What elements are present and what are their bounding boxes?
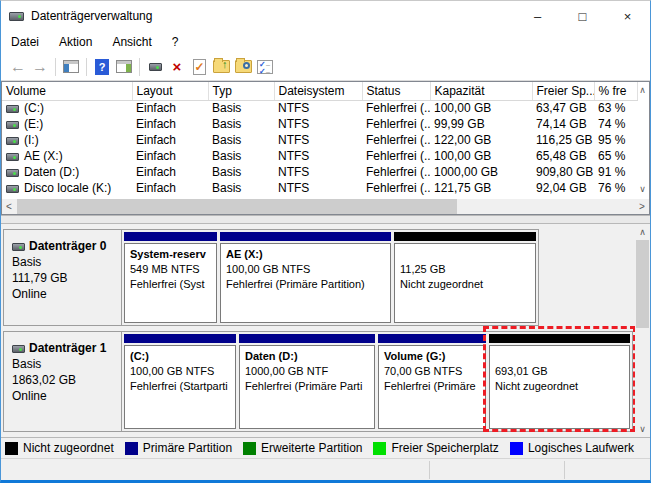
- disk-status: Online: [12, 286, 115, 302]
- volume-table: Volume Layout Typ Dateisystem Status Kap…: [2, 82, 638, 196]
- scroll-up-icon[interactable]: ∧: [636, 85, 649, 95]
- table-row[interactable]: (C:) EinfachBasis NTFSFehlerfrei (... 10…: [2, 100, 637, 116]
- scroll-down-icon[interactable]: ∨: [635, 424, 650, 434]
- table-header: Volume Layout Typ Dateisystem Status Kap…: [2, 82, 637, 100]
- partition-color-bar: [124, 334, 236, 343]
- partition-ae-x[interactable]: AE (X:) 100,00 GB NTFS Fehlerfrei (Primä…: [220, 232, 391, 323]
- partition-c[interactable]: (C:) 100,00 GB NTFS Fehlerfrei (Startpar…: [124, 334, 236, 429]
- check-document-button[interactable]: ✓: [188, 56, 210, 78]
- search-button[interactable]: [232, 56, 254, 78]
- back-button[interactable]: ←: [7, 56, 29, 78]
- table-row[interactable]: AE (X:) EinfachBasis NTFSFehlerfrei (...…: [2, 148, 637, 164]
- volume-icon: [6, 153, 19, 161]
- table-row[interactable]: Daten (D:) EinfachBasis NTFSFehlerfrei (…: [2, 164, 637, 180]
- help-button[interactable]: ?: [91, 56, 113, 78]
- volume-list: Volume Layout Typ Dateisystem Status Kap…: [1, 81, 650, 215]
- col-typ[interactable]: Typ: [208, 82, 274, 100]
- col-layout[interactable]: Layout: [132, 82, 208, 100]
- volume-icon: [6, 137, 19, 145]
- forward-button[interactable]: →: [29, 56, 51, 78]
- console-tree-icon: [63, 60, 79, 73]
- col-kapazitaet[interactable]: Kapazität: [430, 82, 532, 100]
- partition-volume-g[interactable]: Volume (G:) 70,00 GB NTFS Fehlerfrei (Pr…: [378, 334, 486, 429]
- legend-item: Freier Speicherplatz: [373, 441, 498, 455]
- partition-unallocated-disk0[interactable]: 11,25 GB Nicht zugeordnet: [394, 232, 536, 323]
- toolbar-separator: [86, 58, 87, 76]
- checklist-icon: ✓–✓–: [257, 60, 273, 74]
- hscroll-thumb[interactable]: [17, 199, 457, 214]
- legend-swatch-extended: [243, 442, 256, 455]
- back-icon: ←: [10, 59, 26, 75]
- maximize-button[interactable]: □: [560, 1, 605, 31]
- statusbar-divider: [429, 461, 430, 479]
- legend-item: Logisches Laufwerk: [510, 441, 634, 455]
- export-button[interactable]: ↑: [210, 56, 232, 78]
- partition-color-bar: [239, 334, 375, 343]
- disk-graph-pane: Datenträger 0 Basis 111,79 GB Online Sys…: [1, 224, 650, 437]
- pane-splitter[interactable]: [1, 215, 650, 224]
- folder-search-icon: [235, 60, 252, 73]
- disk-type: Basis: [12, 254, 115, 270]
- disk-icon: [12, 345, 25, 353]
- disk-icon: [12, 243, 25, 251]
- delete-volume-button[interactable]: ×: [166, 56, 188, 78]
- partition-unallocated-disk1[interactable]: 693,01 GB Nicht zugeordnet: [489, 334, 630, 429]
- disk-size: 1863,02 GB: [12, 372, 115, 388]
- volume-icon: [6, 105, 19, 113]
- help-icon: ?: [95, 59, 109, 75]
- legend-item: Nicht zugeordnet: [5, 441, 114, 455]
- statusbar-divider: [564, 461, 565, 479]
- volume-icon: [6, 169, 19, 177]
- checklist-button[interactable]: ✓–✓–: [254, 56, 276, 78]
- properties-button[interactable]: [144, 56, 166, 78]
- table-row[interactable]: (E:) EinfachBasis NTFSFehlerfrei (... 99…: [2, 116, 637, 132]
- action-pane-button[interactable]: [113, 56, 135, 78]
- menu-aktion[interactable]: Aktion: [59, 35, 92, 49]
- pane-vertical-scrollbar[interactable]: ∧ ∨: [635, 224, 650, 437]
- legend-swatch-unallocated: [5, 442, 18, 455]
- legend-swatch-free: [373, 442, 386, 455]
- scroll-left-icon[interactable]: <: [2, 199, 16, 214]
- close-button[interactable]: ×: [605, 1, 650, 31]
- legend-swatch-logical: [510, 442, 523, 455]
- col-volume[interactable]: Volume: [2, 82, 132, 100]
- action-pane-icon: [116, 60, 132, 73]
- col-pct-frei[interactable]: % fre: [594, 82, 637, 100]
- minimize-button[interactable]: –: [515, 1, 560, 31]
- scroll-down-icon[interactable]: ∨: [636, 184, 649, 194]
- col-dateisystem[interactable]: Dateisystem: [274, 82, 362, 100]
- list-vertical-scrollbar[interactable]: ∧ ∨: [636, 82, 649, 199]
- console-tree-button[interactable]: [60, 56, 82, 78]
- disk-1-header[interactable]: Datenträger 1 Basis 1863,02 GB Online: [4, 332, 122, 431]
- partition-color-bar: [378, 334, 486, 343]
- list-horizontal-scrollbar[interactable]: < >: [2, 199, 649, 214]
- toolbar-separator: [55, 58, 56, 76]
- partition-color-bar: [489, 334, 630, 343]
- disk-status: Online: [12, 388, 115, 404]
- menu-help[interactable]: ?: [172, 35, 179, 49]
- scroll-right-icon[interactable]: >: [635, 199, 649, 214]
- table-row[interactable]: (I:) EinfachBasis NTFSFehlerfrei (... 12…: [2, 132, 637, 148]
- disk-management-window: Datenträgerverwaltung – □ × Datei Aktion…: [0, 0, 651, 483]
- table-row[interactable]: Disco locale (K:) EinfachBasis NTFSFehle…: [2, 180, 637, 196]
- disk-1-row: Datenträger 1 Basis 1863,02 GB Online (C…: [3, 331, 633, 432]
- folder-up-icon: ↑: [213, 60, 230, 73]
- toolbar-separator: [139, 58, 140, 76]
- menu-datei[interactable]: Datei: [11, 35, 39, 49]
- partition-system-reserved[interactable]: System-reserv 549 MB NTFS Fehlerfrei (Sy…: [124, 232, 217, 323]
- col-freier-sp[interactable]: Freier Sp...: [532, 82, 594, 100]
- vscroll-thumb[interactable]: [636, 240, 649, 328]
- window-title: Datenträgerverwaltung: [31, 9, 152, 23]
- partition-daten-d[interactable]: Daten (D:) 1000,00 GB NTF Fehlerfrei (Pr…: [239, 334, 375, 429]
- partition-color-bar: [124, 232, 217, 241]
- forward-icon: →: [32, 59, 48, 75]
- volume-icon: [6, 185, 19, 193]
- disk-0-header[interactable]: Datenträger 0 Basis 111,79 GB Online: [4, 230, 122, 325]
- partition-color-bar: [394, 232, 536, 241]
- scroll-up-icon[interactable]: ∧: [635, 227, 650, 237]
- disk-0-row: Datenträger 0 Basis 111,79 GB Online Sys…: [3, 229, 539, 326]
- app-icon: [9, 12, 24, 21]
- legend-bar: Nicht zugeordnet Primäre Partition Erwei…: [1, 437, 650, 458]
- menu-ansicht[interactable]: Ansicht: [112, 35, 151, 49]
- col-status[interactable]: Status: [362, 82, 430, 100]
